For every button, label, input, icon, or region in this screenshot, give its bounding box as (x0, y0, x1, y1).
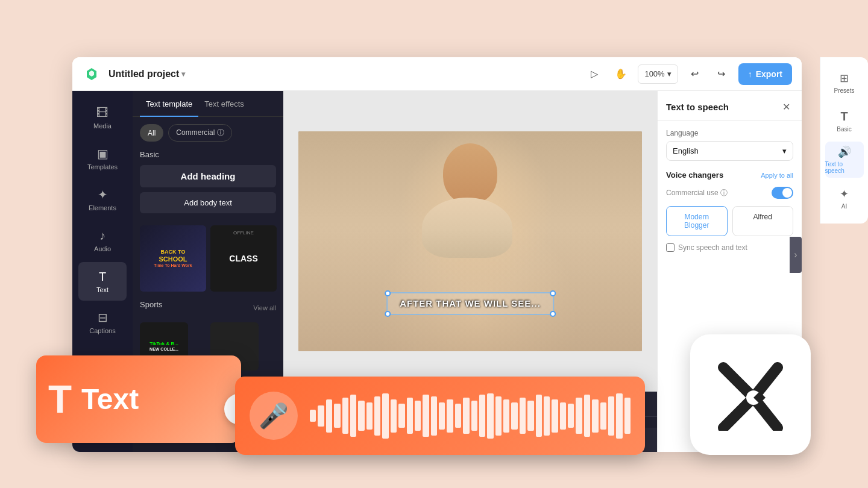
waveform-bar-28 (536, 395, 542, 437)
waveform-bar-3 (334, 404, 340, 428)
subtitle-overlay[interactable]: AFTER THAT WE WILL SEE... (386, 292, 554, 315)
right-icon-tts[interactable]: 🔊 Text to speech (825, 142, 864, 178)
undo-button[interactable]: ↩ (685, 64, 705, 84)
template-grid: BACK TO SCHOOL Time To Hard Work OFFLINE… (140, 225, 276, 292)
waveform-bar-26 (520, 398, 526, 434)
right-icon-presets[interactable]: ⊞ Presets (825, 64, 864, 101)
sync-label: Sync speech and text (678, 243, 747, 252)
waveform-bar-6 (358, 401, 364, 431)
voice-options: Modern Blogger Alfred (666, 206, 793, 236)
waveform-bar-1 (318, 405, 324, 427)
waveform-bar-2 (326, 399, 332, 433)
video-frame: AFTER THAT WE WILL SEE... (298, 131, 642, 351)
sports-header: Sports View all (140, 300, 276, 315)
tab-text-template[interactable]: Text template (140, 91, 198, 117)
hand-tool-button[interactable]: ✋ (611, 64, 631, 84)
close-tts-button[interactable]: ✕ (779, 99, 793, 114)
sidebar-item-templates[interactable]: ▣ Templates (78, 139, 127, 178)
floating-text-card: T Text → (36, 355, 241, 443)
waveform-bar-39 (624, 398, 631, 434)
handle-bl[interactable] (385, 311, 391, 317)
sidebar-item-captions[interactable]: ⊟ Captions (78, 303, 127, 342)
waveform-bar-29 (544, 396, 550, 436)
waveform-bar-31 (560, 402, 566, 430)
sidebar-item-media[interactable]: 🎞 Media (78, 98, 127, 137)
text-panel-tabs: Text template Text effects (133, 91, 283, 117)
sync-checkbox-row: Sync speech and text (666, 243, 793, 252)
text-icon: T (99, 270, 106, 284)
captions-icon: ⊟ (98, 310, 108, 325)
waveform-bar-12 (407, 398, 413, 434)
mic-icon-circle: 🎤 (250, 392, 298, 440)
sidebar-item-text[interactable]: T Text (78, 262, 127, 301)
waveform-bar-16 (439, 402, 445, 430)
waveform-bar-21 (479, 395, 485, 437)
waveform-bar-30 (552, 399, 558, 433)
waveform-bar-37 (608, 396, 614, 436)
right-icon-basic[interactable]: T Basic (825, 103, 864, 139)
waveform-bar-17 (447, 399, 453, 433)
language-label: Language (666, 129, 793, 137)
waveform-bar-15 (431, 396, 437, 436)
project-name[interactable]: Untitled project ▾ (108, 69, 185, 80)
class-label: CLASS (229, 254, 257, 264)
toggle-thumb (782, 188, 792, 198)
right-icon-ai[interactable]: ✦ AI (825, 180, 864, 216)
voice-alfred[interactable]: Alfred (732, 206, 794, 236)
video-container: AFTER THAT WE WILL SEE... (283, 91, 657, 392)
language-select[interactable]: English ▾ (666, 141, 793, 161)
pointer-tool-button[interactable]: ▷ (585, 64, 604, 84)
templates-icon: ▣ (97, 146, 108, 161)
right-panel-title: Text to speech (666, 102, 729, 112)
template-card-class[interactable]: OFFLINE CLASS (210, 225, 277, 292)
waveform-bar-33 (576, 398, 582, 434)
waveform-bar-5 (350, 395, 356, 437)
capcut-logo-svg (708, 358, 793, 431)
presets-icon: ⊞ (840, 72, 849, 85)
waveform-bar-20 (471, 401, 477, 431)
export-button[interactable]: ↑ Export (738, 63, 792, 85)
media-icon: 🎞 (96, 106, 108, 120)
waveform-bar-35 (592, 399, 598, 433)
tab-text-effects[interactable]: Text effects (198, 91, 250, 117)
waveform-bar-23 (495, 396, 502, 436)
add-heading-button[interactable]: Add heading (140, 165, 276, 187)
project-chevron: ▾ (181, 70, 185, 78)
waveform-bars (310, 392, 631, 440)
zoom-control[interactable]: 100% ▾ (638, 64, 678, 84)
sync-checkbox[interactable] (666, 243, 675, 252)
view-all-sports[interactable]: View all (253, 304, 276, 311)
waveform-bar-36 (600, 402, 606, 430)
tts-icon: 🔊 (838, 145, 851, 158)
voice-modern-blogger[interactable]: Modern Blogger (666, 206, 728, 236)
audio-icon: ♪ (99, 229, 105, 243)
handle-tr[interactable] (550, 290, 556, 296)
waveform-bar-9 (382, 393, 388, 439)
floating-t-icon: T (48, 377, 72, 422)
handle-tl[interactable] (385, 290, 391, 296)
waveform-bar-11 (398, 404, 404, 428)
filter-row: All Commercial ⓘ (140, 124, 276, 142)
sidebar-item-audio[interactable]: ♪ Audio (78, 221, 127, 260)
right-icon-bar: ⊞ Presets T Basic 🔊 Text to speech ✦ AI (820, 57, 868, 224)
redo-button[interactable]: ↪ (712, 64, 731, 84)
filter-commercial-button[interactable]: Commercial ⓘ (168, 124, 231, 142)
waveform-bar-34 (584, 395, 590, 437)
waveform-bar-19 (463, 398, 469, 434)
waveform-bar-4 (342, 398, 348, 434)
sidebar-item-elements[interactable]: ✦ Elements (78, 180, 127, 219)
handle-br[interactable] (550, 311, 556, 317)
apply-all-button[interactable]: Apply to all (761, 172, 793, 179)
filter-all-button[interactable]: All (140, 124, 163, 142)
commercial-use-toggle[interactable] (772, 187, 793, 199)
waveform-bar-27 (527, 401, 533, 431)
capcut-logo-card (690, 334, 811, 455)
waveform-bar-0 (310, 410, 316, 422)
section-sports: Sports (140, 300, 163, 309)
subtitle-text: AFTER THAT WE WILL SEE... (400, 298, 541, 308)
template-card-back-to-school[interactable]: BACK TO SCHOOL Time To Hard Work (140, 225, 206, 292)
waveform-bar-10 (391, 399, 397, 433)
waveform-bar-22 (487, 393, 493, 439)
add-body-button[interactable]: Add body text (140, 192, 276, 213)
section-basic: Basic (140, 150, 276, 159)
